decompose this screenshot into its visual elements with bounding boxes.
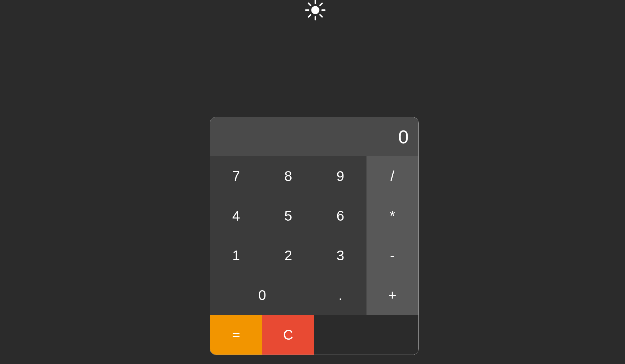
key-9[interactable]: 9 [314, 156, 366, 196]
calculator-display: 0 [210, 117, 418, 156]
app-root: 0 7 8 9 / 4 5 6 * 1 2 3 - 0 . + = C [0, 0, 625, 364]
key-6[interactable]: 6 [314, 196, 366, 236]
key-4[interactable]: 4 [210, 196, 262, 236]
key-clear[interactable]: C [262, 315, 315, 355]
svg-line-8 [320, 3, 322, 5]
key-7[interactable]: 7 [210, 156, 262, 196]
key-0[interactable]: 0 [210, 275, 314, 315]
theme-toggle-button[interactable] [303, 0, 327, 22]
sun-icon [304, 0, 327, 22]
key-multiply[interactable]: * [366, 196, 419, 236]
svg-point-0 [311, 6, 319, 14]
svg-line-6 [320, 15, 322, 17]
keypad: 7 8 9 / 4 5 6 * 1 2 3 - 0 . + = C [210, 156, 418, 355]
calculator-panel: 0 7 8 9 / 4 5 6 * 1 2 3 - 0 . + = C [210, 117, 419, 355]
key-add[interactable]: + [366, 275, 419, 315]
key-equals[interactable]: = [210, 315, 262, 355]
key-5[interactable]: 5 [262, 196, 315, 236]
key-3[interactable]: 3 [314, 236, 366, 275]
svg-line-7 [308, 15, 310, 17]
key-1[interactable]: 1 [210, 236, 262, 275]
key-8[interactable]: 8 [262, 156, 315, 196]
key-divide[interactable]: / [366, 156, 419, 196]
key-subtract[interactable]: - [366, 236, 419, 275]
svg-line-5 [308, 3, 310, 5]
keypad-spacer [314, 315, 418, 355]
key-2[interactable]: 2 [262, 236, 315, 275]
key-decimal[interactable]: . [314, 275, 366, 315]
